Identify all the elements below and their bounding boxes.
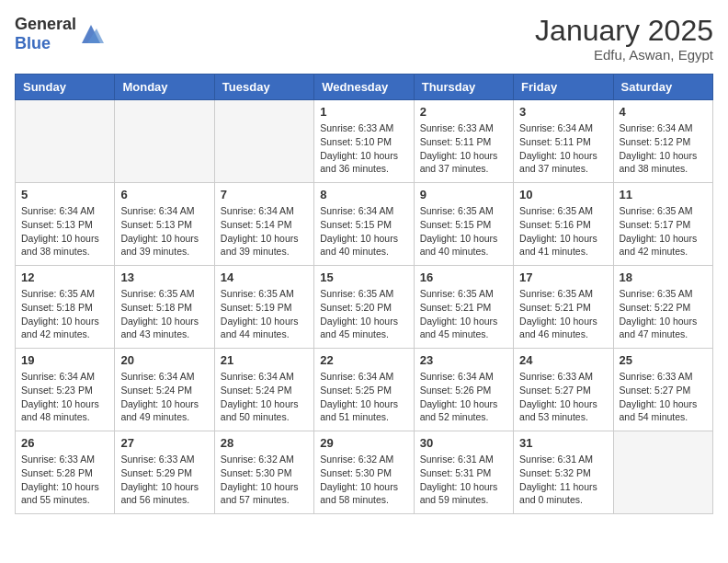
calendar-cell: 1Sunrise: 6:33 AMSunset: 5:10 PMDaylight…: [314, 100, 414, 183]
calendar-cell: 12Sunrise: 6:35 AMSunset: 5:18 PMDayligh…: [16, 266, 115, 349]
day-number: 10: [519, 188, 607, 201]
calendar-cell: 22Sunrise: 6:34 AMSunset: 5:25 PMDayligh…: [314, 349, 414, 431]
day-number: 29: [320, 436, 407, 450]
day-number: 16: [420, 270, 507, 284]
day-info: Sunrise: 6:35 AMSunset: 5:15 PMDaylight:…: [420, 204, 507, 259]
day-number: 20: [120, 353, 208, 367]
weekday-header-sunday: Sunday: [16, 75, 115, 100]
day-info: Sunrise: 6:34 AMSunset: 5:11 PMDaylight:…: [519, 121, 607, 176]
day-info: Sunrise: 6:35 AMSunset: 5:21 PMDaylight:…: [420, 287, 507, 341]
day-number: 4: [620, 105, 707, 119]
day-number: 23: [420, 353, 507, 367]
day-number: 17: [519, 270, 607, 284]
weekday-header-row: SundayMondayTuesdayWednesdayThursdayFrid…: [16, 75, 713, 100]
day-number: 8: [320, 188, 407, 201]
calendar-cell: 15Sunrise: 6:35 AMSunset: 5:20 PMDayligh…: [314, 266, 414, 349]
week-row-1: 1Sunrise: 6:33 AMSunset: 5:10 PMDaylight…: [16, 100, 713, 183]
day-number: 19: [21, 353, 108, 367]
day-info: Sunrise: 6:35 AMSunset: 5:20 PMDaylight:…: [320, 287, 407, 341]
day-number: 6: [120, 188, 208, 201]
day-number: 22: [320, 353, 407, 367]
calendar-cell: 26Sunrise: 6:33 AMSunset: 5:28 PMDayligh…: [16, 431, 115, 514]
week-row-2: 5Sunrise: 6:34 AMSunset: 5:13 PMDaylight…: [16, 183, 713, 266]
day-info: Sunrise: 6:34 AMSunset: 5:26 PMDaylight:…: [420, 370, 507, 424]
weekday-header-thursday: Thursday: [414, 75, 513, 100]
weekday-header-monday: Monday: [115, 75, 214, 100]
calendar-cell: 5Sunrise: 6:34 AMSunset: 5:13 PMDaylight…: [16, 183, 115, 266]
calendar-cell: 13Sunrise: 6:35 AMSunset: 5:18 PMDayligh…: [115, 266, 214, 349]
day-info: Sunrise: 6:31 AMSunset: 5:31 PMDaylight:…: [420, 453, 507, 507]
day-info: Sunrise: 6:34 AMSunset: 5:13 PMDaylight:…: [21, 204, 108, 259]
calendar-cell: [214, 100, 313, 183]
day-info: Sunrise: 6:33 AMSunset: 5:29 PMDaylight:…: [120, 453, 208, 507]
calendar-cell: [16, 100, 115, 183]
calendar-cell: 30Sunrise: 6:31 AMSunset: 5:31 PMDayligh…: [414, 431, 513, 514]
day-number: 31: [519, 436, 607, 450]
day-number: 13: [120, 270, 208, 284]
day-info: Sunrise: 6:34 AMSunset: 5:25 PMDaylight:…: [320, 370, 407, 424]
day-info: Sunrise: 6:35 AMSunset: 5:22 PMDaylight:…: [620, 287, 707, 341]
calendar-cell: 24Sunrise: 6:33 AMSunset: 5:27 PMDayligh…: [514, 349, 613, 431]
weekday-header-wednesday: Wednesday: [314, 75, 414, 100]
calendar-cell: 7Sunrise: 6:34 AMSunset: 5:14 PMDaylight…: [214, 183, 313, 266]
day-info: Sunrise: 6:35 AMSunset: 5:18 PMDaylight:…: [21, 287, 108, 341]
calendar-cell: 20Sunrise: 6:34 AMSunset: 5:24 PMDayligh…: [115, 349, 214, 431]
calendar-cell: 21Sunrise: 6:34 AMSunset: 5:24 PMDayligh…: [214, 349, 313, 431]
day-info: Sunrise: 6:35 AMSunset: 5:18 PMDaylight:…: [120, 287, 208, 341]
calendar-cell: 14Sunrise: 6:35 AMSunset: 5:19 PMDayligh…: [214, 266, 313, 349]
day-info: Sunrise: 6:35 AMSunset: 5:19 PMDaylight:…: [221, 287, 308, 341]
day-number: 12: [21, 270, 108, 284]
page-header: General Blue January 2025 Edfu, Aswan, E…: [15, 15, 713, 63]
calendar-cell: 25Sunrise: 6:33 AMSunset: 5:27 PMDayligh…: [613, 349, 712, 431]
calendar-cell: 18Sunrise: 6:35 AMSunset: 5:22 PMDayligh…: [613, 266, 712, 349]
weekday-header-friday: Friday: [514, 75, 613, 100]
calendar-cell: 6Sunrise: 6:34 AMSunset: 5:13 PMDaylight…: [115, 183, 214, 266]
day-info: Sunrise: 6:33 AMSunset: 5:28 PMDaylight:…: [21, 453, 108, 507]
week-row-5: 26Sunrise: 6:33 AMSunset: 5:28 PMDayligh…: [16, 431, 713, 514]
weekday-header-saturday: Saturday: [613, 75, 712, 100]
day-info: Sunrise: 6:34 AMSunset: 5:24 PMDaylight:…: [221, 370, 308, 424]
day-number: 26: [21, 436, 108, 450]
day-info: Sunrise: 6:31 AMSunset: 5:32 PMDaylight:…: [519, 453, 607, 507]
calendar-cell: [613, 431, 712, 514]
calendar-cell: 16Sunrise: 6:35 AMSunset: 5:21 PMDayligh…: [414, 266, 513, 349]
calendar-cell: 28Sunrise: 6:32 AMSunset: 5:30 PMDayligh…: [214, 431, 313, 514]
day-info: Sunrise: 6:34 AMSunset: 5:14 PMDaylight:…: [221, 204, 308, 259]
day-number: 18: [620, 270, 707, 284]
day-info: Sunrise: 6:32 AMSunset: 5:30 PMDaylight:…: [320, 453, 407, 507]
day-info: Sunrise: 6:35 AMSunset: 5:21 PMDaylight:…: [519, 287, 607, 341]
day-info: Sunrise: 6:34 AMSunset: 5:23 PMDaylight:…: [21, 370, 108, 424]
logo-general: General: [15, 15, 76, 33]
day-info: Sunrise: 6:33 AMSunset: 5:27 PMDaylight:…: [620, 370, 707, 424]
calendar-title: January 2025: [535, 15, 713, 47]
day-number: 15: [320, 270, 407, 284]
day-number: 5: [21, 188, 108, 201]
calendar-cell: 9Sunrise: 6:35 AMSunset: 5:15 PMDaylight…: [414, 183, 513, 266]
week-row-3: 12Sunrise: 6:35 AMSunset: 5:18 PMDayligh…: [16, 266, 713, 349]
day-number: 3: [519, 105, 607, 119]
calendar-cell: 23Sunrise: 6:34 AMSunset: 5:26 PMDayligh…: [414, 349, 513, 431]
day-info: Sunrise: 6:33 AMSunset: 5:27 PMDaylight:…: [519, 370, 607, 424]
calendar-cell: 17Sunrise: 6:35 AMSunset: 5:21 PMDayligh…: [514, 266, 613, 349]
day-number: 2: [420, 105, 507, 119]
day-number: 25: [620, 353, 707, 367]
calendar-cell: 8Sunrise: 6:34 AMSunset: 5:15 PMDaylight…: [314, 183, 414, 266]
day-number: 30: [420, 436, 507, 450]
calendar-cell: 2Sunrise: 6:33 AMSunset: 5:11 PMDaylight…: [414, 100, 513, 183]
calendar-cell: 4Sunrise: 6:34 AMSunset: 5:12 PMDaylight…: [613, 100, 712, 183]
calendar-cell: 3Sunrise: 6:34 AMSunset: 5:11 PMDaylight…: [514, 100, 613, 183]
logo-icon: [78, 21, 104, 47]
logo: General Blue: [15, 15, 104, 53]
logo-blue: Blue: [15, 34, 51, 52]
calendar-cell: 11Sunrise: 6:35 AMSunset: 5:17 PMDayligh…: [613, 183, 712, 266]
weekday-header-tuesday: Tuesday: [214, 75, 313, 100]
calendar-cell: 10Sunrise: 6:35 AMSunset: 5:16 PMDayligh…: [514, 183, 613, 266]
calendar-cell: 19Sunrise: 6:34 AMSunset: 5:23 PMDayligh…: [16, 349, 115, 431]
day-info: Sunrise: 6:35 AMSunset: 5:16 PMDaylight:…: [519, 204, 607, 259]
day-info: Sunrise: 6:34 AMSunset: 5:12 PMDaylight:…: [620, 121, 707, 176]
day-info: Sunrise: 6:34 AMSunset: 5:15 PMDaylight:…: [320, 204, 407, 259]
calendar-cell: 31Sunrise: 6:31 AMSunset: 5:32 PMDayligh…: [514, 431, 613, 514]
day-number: 28: [221, 436, 308, 450]
day-info: Sunrise: 6:33 AMSunset: 5:10 PMDaylight:…: [320, 121, 407, 176]
title-block: January 2025 Edfu, Aswan, Egypt: [535, 15, 713, 63]
